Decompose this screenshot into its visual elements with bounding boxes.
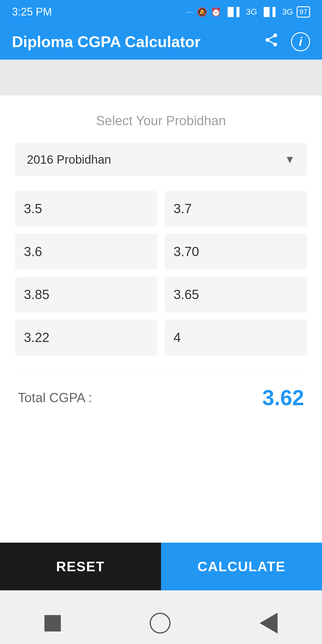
nav-home-icon[interactable] — [150, 613, 171, 634]
probidhan-dropdown[interactable]: 2016 Probidhan ▼ — [15, 143, 307, 176]
ad-banner — [0, 60, 322, 95]
signal-dots: ··· — [186, 7, 193, 17]
status-time: 3:25 PM — [12, 6, 52, 18]
grade-input-7[interactable] — [15, 320, 157, 355]
main-card: Select Your Probidhan 2016 Probidhan ▼ T… — [0, 95, 322, 543]
signal-bars-2: ▐▌▌ — [261, 7, 278, 17]
section-title: Select Your Probidhan — [15, 113, 307, 128]
total-cgpa-value: 3.62 — [262, 386, 304, 410]
mute-icon: 🔕 — [197, 7, 207, 17]
chevron-down-icon: ▼ — [284, 153, 295, 166]
grade-input-8[interactable] — [165, 320, 307, 355]
alarm-icon: ⏰ — [211, 7, 221, 17]
bottom-nav — [0, 602, 322, 644]
share-icon[interactable] — [264, 32, 279, 51]
network-label-2: 3G — [282, 7, 293, 17]
app-bar: Diploma CGPA Calculator i — [0, 24, 322, 60]
info-icon[interactable]: i — [291, 32, 310, 51]
app-bar-icons: i — [264, 32, 310, 51]
grade-input-1[interactable] — [15, 191, 157, 227]
grade-input-4[interactable] — [165, 234, 307, 270]
status-icons: ··· 🔕 ⏰ ▐▌▌ 3G ▐▌▌ 3G 97 — [186, 6, 310, 18]
app-title: Diploma CGPA Calculator — [12, 33, 201, 51]
grade-input-3[interactable] — [15, 234, 157, 270]
signal-bars-1: ▐▌▌ — [225, 7, 243, 17]
grade-grid — [15, 191, 307, 355]
calculate-button[interactable]: CALCULATE — [161, 543, 322, 590]
reset-button[interactable]: RESET — [0, 543, 161, 590]
grade-input-2[interactable] — [165, 191, 307, 227]
total-cgpa-label: Total CGPA : — [18, 390, 92, 405]
action-buttons: RESET CALCULATE — [0, 543, 322, 590]
nav-square-icon[interactable] — [44, 615, 61, 631]
grade-input-6[interactable] — [165, 277, 307, 312]
network-label-1: 3G — [246, 7, 257, 17]
dropdown-value: 2016 Probidhan — [27, 153, 111, 166]
status-bar: 3:25 PM ··· 🔕 ⏰ ▐▌▌ 3G ▐▌▌ 3G 97 — [0, 0, 322, 24]
total-cgpa-row: Total CGPA : 3.62 — [15, 373, 307, 422]
battery-icon: 97 — [297, 6, 310, 18]
grade-input-5[interactable] — [15, 277, 157, 312]
nav-back-icon[interactable] — [260, 613, 278, 634]
